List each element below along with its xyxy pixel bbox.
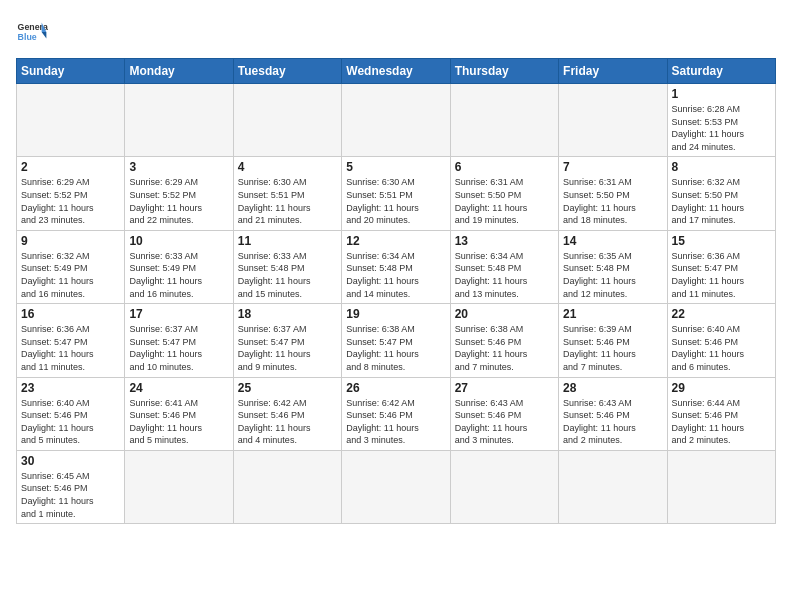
day-info: Sunrise: 6:44 AM Sunset: 5:46 PM Dayligh… xyxy=(672,397,771,447)
calendar-cell xyxy=(125,84,233,157)
day-number: 7 xyxy=(563,160,662,174)
day-info: Sunrise: 6:40 AM Sunset: 5:46 PM Dayligh… xyxy=(672,323,771,373)
calendar-cell: 9Sunrise: 6:32 AM Sunset: 5:49 PM Daylig… xyxy=(17,230,125,303)
calendar-cell: 4Sunrise: 6:30 AM Sunset: 5:51 PM Daylig… xyxy=(233,157,341,230)
calendar-cell: 2Sunrise: 6:29 AM Sunset: 5:52 PM Daylig… xyxy=(17,157,125,230)
day-info: Sunrise: 6:31 AM Sunset: 5:50 PM Dayligh… xyxy=(563,176,662,226)
day-info: Sunrise: 6:32 AM Sunset: 5:49 PM Dayligh… xyxy=(21,250,120,300)
calendar-cell: 30Sunrise: 6:45 AM Sunset: 5:46 PM Dayli… xyxy=(17,450,125,523)
day-number: 4 xyxy=(238,160,337,174)
day-number: 13 xyxy=(455,234,554,248)
calendar-cell: 5Sunrise: 6:30 AM Sunset: 5:51 PM Daylig… xyxy=(342,157,450,230)
calendar-cell: 15Sunrise: 6:36 AM Sunset: 5:47 PM Dayli… xyxy=(667,230,775,303)
calendar-cell: 28Sunrise: 6:43 AM Sunset: 5:46 PM Dayli… xyxy=(559,377,667,450)
calendar-cell: 10Sunrise: 6:33 AM Sunset: 5:49 PM Dayli… xyxy=(125,230,233,303)
day-info: Sunrise: 6:42 AM Sunset: 5:46 PM Dayligh… xyxy=(238,397,337,447)
calendar-cell xyxy=(342,450,450,523)
day-info: Sunrise: 6:38 AM Sunset: 5:46 PM Dayligh… xyxy=(455,323,554,373)
day-number: 20 xyxy=(455,307,554,321)
day-number: 16 xyxy=(21,307,120,321)
calendar-cell xyxy=(450,84,558,157)
day-number: 8 xyxy=(672,160,771,174)
calendar-cell: 22Sunrise: 6:40 AM Sunset: 5:46 PM Dayli… xyxy=(667,304,775,377)
day-info: Sunrise: 6:38 AM Sunset: 5:47 PM Dayligh… xyxy=(346,323,445,373)
day-number: 22 xyxy=(672,307,771,321)
day-number: 23 xyxy=(21,381,120,395)
calendar-cell: 29Sunrise: 6:44 AM Sunset: 5:46 PM Dayli… xyxy=(667,377,775,450)
day-info: Sunrise: 6:32 AM Sunset: 5:50 PM Dayligh… xyxy=(672,176,771,226)
calendar-cell xyxy=(667,450,775,523)
calendar-cell xyxy=(233,450,341,523)
weekday-header-saturday: Saturday xyxy=(667,59,775,84)
day-info: Sunrise: 6:36 AM Sunset: 5:47 PM Dayligh… xyxy=(672,250,771,300)
calendar-cell: 6Sunrise: 6:31 AM Sunset: 5:50 PM Daylig… xyxy=(450,157,558,230)
day-info: Sunrise: 6:34 AM Sunset: 5:48 PM Dayligh… xyxy=(455,250,554,300)
day-info: Sunrise: 6:39 AM Sunset: 5:46 PM Dayligh… xyxy=(563,323,662,373)
calendar-cell xyxy=(233,84,341,157)
calendar-cell: 24Sunrise: 6:41 AM Sunset: 5:46 PM Dayli… xyxy=(125,377,233,450)
day-info: Sunrise: 6:45 AM Sunset: 5:46 PM Dayligh… xyxy=(21,470,120,520)
calendar-cell: 7Sunrise: 6:31 AM Sunset: 5:50 PM Daylig… xyxy=(559,157,667,230)
calendar-cell: 21Sunrise: 6:39 AM Sunset: 5:46 PM Dayli… xyxy=(559,304,667,377)
calendar-cell xyxy=(559,450,667,523)
calendar-cell xyxy=(342,84,450,157)
day-number: 5 xyxy=(346,160,445,174)
day-info: Sunrise: 6:33 AM Sunset: 5:49 PM Dayligh… xyxy=(129,250,228,300)
day-info: Sunrise: 6:37 AM Sunset: 5:47 PM Dayligh… xyxy=(129,323,228,373)
weekday-header-tuesday: Tuesday xyxy=(233,59,341,84)
day-number: 17 xyxy=(129,307,228,321)
day-number: 19 xyxy=(346,307,445,321)
calendar-cell: 18Sunrise: 6:37 AM Sunset: 5:47 PM Dayli… xyxy=(233,304,341,377)
calendar-cell: 27Sunrise: 6:43 AM Sunset: 5:46 PM Dayli… xyxy=(450,377,558,450)
logo: General Blue xyxy=(16,16,48,48)
day-number: 29 xyxy=(672,381,771,395)
day-info: Sunrise: 6:30 AM Sunset: 5:51 PM Dayligh… xyxy=(346,176,445,226)
calendar-cell: 25Sunrise: 6:42 AM Sunset: 5:46 PM Dayli… xyxy=(233,377,341,450)
day-info: Sunrise: 6:40 AM Sunset: 5:46 PM Dayligh… xyxy=(21,397,120,447)
day-info: Sunrise: 6:29 AM Sunset: 5:52 PM Dayligh… xyxy=(129,176,228,226)
day-number: 9 xyxy=(21,234,120,248)
weekday-header-wednesday: Wednesday xyxy=(342,59,450,84)
calendar-cell: 26Sunrise: 6:42 AM Sunset: 5:46 PM Dayli… xyxy=(342,377,450,450)
day-number: 10 xyxy=(129,234,228,248)
weekday-header-sunday: Sunday xyxy=(17,59,125,84)
calendar-table: SundayMondayTuesdayWednesdayThursdayFrid… xyxy=(16,58,776,524)
day-info: Sunrise: 6:28 AM Sunset: 5:53 PM Dayligh… xyxy=(672,103,771,153)
day-number: 2 xyxy=(21,160,120,174)
calendar-cell: 8Sunrise: 6:32 AM Sunset: 5:50 PM Daylig… xyxy=(667,157,775,230)
day-number: 1 xyxy=(672,87,771,101)
svg-text:Blue: Blue xyxy=(18,32,37,42)
day-number: 26 xyxy=(346,381,445,395)
calendar-cell: 12Sunrise: 6:34 AM Sunset: 5:48 PM Dayli… xyxy=(342,230,450,303)
calendar-cell: 17Sunrise: 6:37 AM Sunset: 5:47 PM Dayli… xyxy=(125,304,233,377)
calendar-cell: 1Sunrise: 6:28 AM Sunset: 5:53 PM Daylig… xyxy=(667,84,775,157)
calendar-cell: 20Sunrise: 6:38 AM Sunset: 5:46 PM Dayli… xyxy=(450,304,558,377)
day-number: 6 xyxy=(455,160,554,174)
day-info: Sunrise: 6:35 AM Sunset: 5:48 PM Dayligh… xyxy=(563,250,662,300)
calendar-cell xyxy=(450,450,558,523)
weekday-header-thursday: Thursday xyxy=(450,59,558,84)
day-number: 11 xyxy=(238,234,337,248)
calendar-cell xyxy=(17,84,125,157)
day-info: Sunrise: 6:43 AM Sunset: 5:46 PM Dayligh… xyxy=(455,397,554,447)
day-number: 28 xyxy=(563,381,662,395)
day-info: Sunrise: 6:41 AM Sunset: 5:46 PM Dayligh… xyxy=(129,397,228,447)
day-info: Sunrise: 6:33 AM Sunset: 5:48 PM Dayligh… xyxy=(238,250,337,300)
day-info: Sunrise: 6:31 AM Sunset: 5:50 PM Dayligh… xyxy=(455,176,554,226)
page-header: General Blue xyxy=(16,16,776,48)
calendar-cell xyxy=(125,450,233,523)
day-info: Sunrise: 6:34 AM Sunset: 5:48 PM Dayligh… xyxy=(346,250,445,300)
day-number: 15 xyxy=(672,234,771,248)
day-number: 30 xyxy=(21,454,120,468)
svg-marker-3 xyxy=(42,32,47,38)
calendar-cell: 13Sunrise: 6:34 AM Sunset: 5:48 PM Dayli… xyxy=(450,230,558,303)
day-number: 3 xyxy=(129,160,228,174)
day-info: Sunrise: 6:43 AM Sunset: 5:46 PM Dayligh… xyxy=(563,397,662,447)
calendar-cell: 23Sunrise: 6:40 AM Sunset: 5:46 PM Dayli… xyxy=(17,377,125,450)
day-info: Sunrise: 6:30 AM Sunset: 5:51 PM Dayligh… xyxy=(238,176,337,226)
day-info: Sunrise: 6:36 AM Sunset: 5:47 PM Dayligh… xyxy=(21,323,120,373)
weekday-header-monday: Monday xyxy=(125,59,233,84)
day-info: Sunrise: 6:42 AM Sunset: 5:46 PM Dayligh… xyxy=(346,397,445,447)
weekday-header-friday: Friday xyxy=(559,59,667,84)
day-info: Sunrise: 6:37 AM Sunset: 5:47 PM Dayligh… xyxy=(238,323,337,373)
